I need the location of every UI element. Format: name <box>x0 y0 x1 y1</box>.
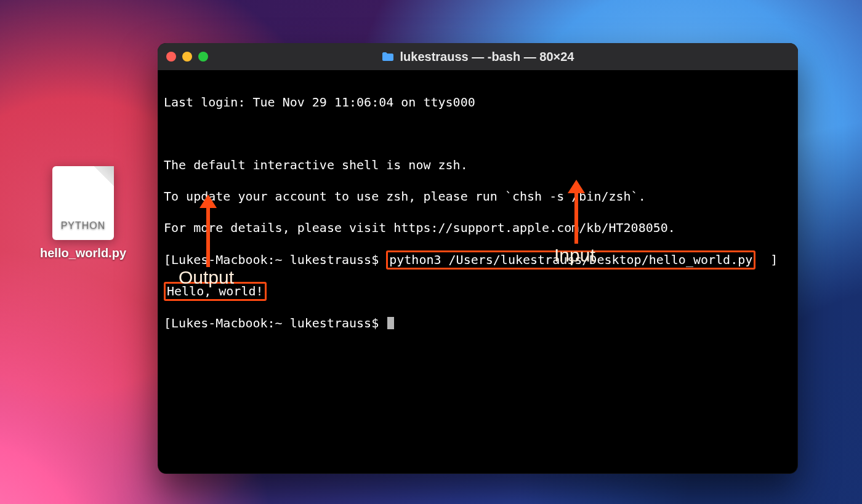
input-command: python3 /Users/lukestrauss/Desktop/hello… <box>389 252 752 267</box>
term-line-zsh1: The default interactive shell is now zsh… <box>164 158 792 174</box>
terminal-cursor <box>387 317 394 329</box>
titlebar[interactable]: lukestrauss — -bash — 80×24 <box>158 43 798 70</box>
terminal-window[interactable]: lukestrauss — -bash — 80×24 Last login: … <box>158 43 798 474</box>
close-button[interactable] <box>166 52 176 62</box>
output-highlight: Hello, world! <box>164 282 267 302</box>
shell-prompt-2: Lukes-Macbook:~ lukestrauss$ <box>171 316 386 330</box>
file-type-label: PYTHON <box>52 220 114 231</box>
term-line-blank <box>164 126 792 142</box>
input-highlight: python3 /Users/lukestrauss/Desktop/hello… <box>386 250 755 270</box>
program-output: Hello, world! <box>167 284 264 298</box>
desktop-file-icon[interactable]: PYTHON hello_world.py <box>34 166 132 260</box>
prompt-bracket-open: [ <box>164 252 171 267</box>
prompt2-bracket-open: [ <box>164 316 171 330</box>
term-line-prompt2: [Lukes-Macbook:~ lukestrauss$ <box>164 315 792 332</box>
term-line-cmd: [Lukes-Macbook:~ lukestrauss$ python3 /U… <box>164 252 792 268</box>
title-wrap: lukestrauss — -bash — 80×24 <box>158 50 798 64</box>
folder-icon <box>382 52 394 62</box>
term-line-last-login: Last login: Tue Nov 29 11:06:04 on ttys0… <box>164 95 792 111</box>
terminal-body[interactable]: Last login: Tue Nov 29 11:06:04 on ttys0… <box>158 70 798 372</box>
shell-prompt: Lukes-Macbook:~ lukestrauss$ <box>171 252 386 267</box>
file-page-icon: PYTHON <box>52 166 114 240</box>
term-line-zsh2: To update your account to use zsh, pleas… <box>164 189 792 205</box>
minimize-button[interactable] <box>182 52 192 62</box>
window-title: lukestrauss — -bash — 80×24 <box>400 50 574 64</box>
fullscreen-button[interactable] <box>198 52 208 62</box>
term-line-out: Hello, world! <box>164 284 792 300</box>
prompt-bracket-close: ] <box>755 252 778 267</box>
file-name: hello_world.py <box>34 246 132 260</box>
term-line-zsh3: For more details, please visit https://s… <box>164 220 792 236</box>
